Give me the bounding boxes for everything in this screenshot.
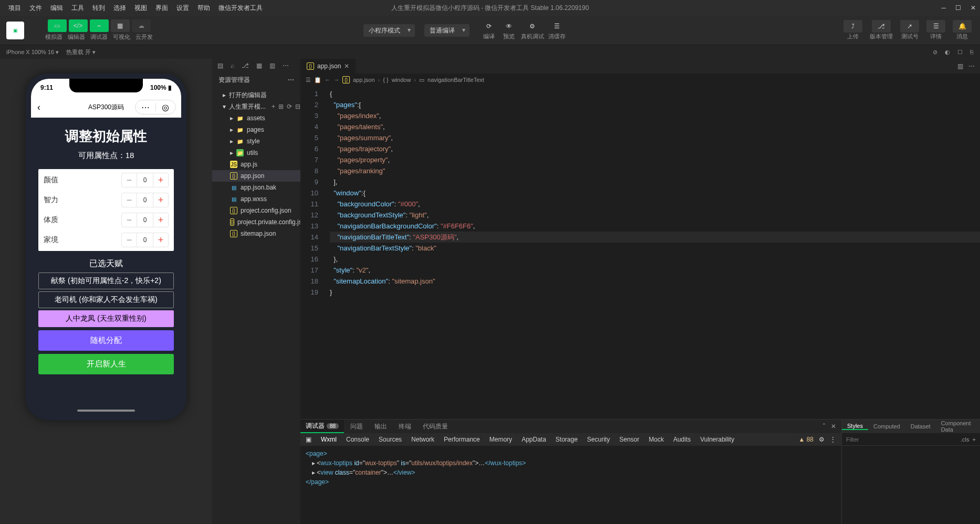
- layout-icon[interactable]: ▥: [269, 62, 275, 69]
- styles-tab[interactable]: Component Data: [936, 420, 980, 433]
- styles-tab[interactable]: Styles: [842, 423, 868, 430]
- details-button[interactable]: ☰: [926, 20, 945, 33]
- kebab-icon[interactable]: ⋮: [830, 436, 836, 443]
- close-tab-icon[interactable]: ✕: [344, 62, 349, 70]
- mode-select[interactable]: 小程序模式: [363, 24, 415, 37]
- devtab-wxml[interactable]: Wxml: [321, 436, 337, 443]
- dom-tree[interactable]: <page> ▸ <wux-toptips id="wux-toptips" i…: [300, 446, 841, 490]
- tree-item[interactable]: sitemap.json: [212, 228, 300, 239]
- random-button[interactable]: 随机分配: [38, 330, 174, 351]
- talent-item[interactable]: 老司机 (你和家人不会发生车祸): [38, 291, 174, 308]
- styles-tab[interactable]: Computed: [868, 423, 905, 429]
- styles-tab[interactable]: Dataset: [905, 423, 936, 429]
- preview-button[interactable]: 👁: [501, 20, 517, 33]
- files-icon[interactable]: ▤: [217, 62, 223, 69]
- menu-help[interactable]: 帮助: [193, 4, 214, 13]
- upload-button[interactable]: ⤴: [843, 20, 862, 33]
- plus-button[interactable]: +: [153, 235, 168, 246]
- menu-edit[interactable]: 编辑: [46, 4, 67, 13]
- compile-select[interactable]: 普通编译: [424, 24, 470, 37]
- bc-icon-2[interactable]: 📋: [314, 77, 321, 83]
- menu-file[interactable]: 文件: [25, 4, 46, 13]
- plus-button[interactable]: +: [153, 175, 168, 186]
- console-tab[interactable]: 调试器88: [300, 420, 344, 433]
- clear-cache-button[interactable]: ☰: [549, 20, 565, 33]
- tree-item[interactable]: JS app.js: [212, 159, 300, 170]
- warning-badge[interactable]: ▲ 88: [798, 436, 814, 443]
- refresh-icon[interactable]: ⟳: [287, 103, 292, 110]
- search-icon[interactable]: ⌕: [231, 62, 234, 69]
- debugger-toggle[interactable]: ⌁: [90, 19, 109, 32]
- tree-item[interactable]: app.json: [212, 170, 300, 182]
- devtab-security[interactable]: Security: [587, 436, 610, 443]
- devtab-sources[interactable]: Sources: [379, 436, 402, 443]
- minus-button[interactable]: −: [122, 195, 137, 206]
- start-button[interactable]: 开启新人生: [38, 354, 174, 374]
- tab-app-json[interactable]: app.json ✕: [300, 59, 356, 74]
- sb-icon-1[interactable]: ⊘: [933, 49, 937, 56]
- panel-close-icon[interactable]: ✕: [831, 423, 836, 430]
- close-button[interactable]: ✕: [971, 4, 976, 12]
- tree-item[interactable]: ▸ 📁 utils: [212, 147, 300, 159]
- sb-icon-4[interactable]: ⎘: [970, 49, 974, 56]
- talent-item[interactable]: 人中龙凤 (天生双重性别): [38, 310, 174, 327]
- tree-item[interactable]: project.config.json: [212, 205, 300, 216]
- devtab-performance[interactable]: Performance: [444, 436, 480, 443]
- visual-toggle[interactable]: ▦: [111, 19, 130, 32]
- devtab-mock[interactable]: Mock: [649, 436, 664, 443]
- bc-icon-1[interactable]: ☰: [306, 77, 311, 83]
- devtab-storage[interactable]: Storage: [556, 436, 578, 443]
- minus-button[interactable]: −: [122, 175, 137, 186]
- styles-filter-input[interactable]: [846, 436, 899, 443]
- menu-select[interactable]: 选择: [109, 4, 130, 13]
- menu-view[interactable]: 视图: [130, 4, 151, 13]
- devtab-console[interactable]: Console: [346, 436, 369, 443]
- project-root[interactable]: ▾ 人生重开模... + ⊞ ⟳ ⊟: [212, 101, 300, 112]
- hotreload-select[interactable]: 热重载 开 ▾: [66, 48, 96, 56]
- capsule-close-icon[interactable]: ◎: [156, 102, 176, 112]
- remote-debug-button[interactable]: ⚙: [525, 20, 540, 33]
- sb-icon-2[interactable]: ◐: [945, 49, 950, 56]
- menu-tools[interactable]: 工具: [67, 4, 88, 13]
- editor-toggle[interactable]: </>: [69, 19, 88, 32]
- tree-item[interactable]: ▤ app.wxss: [212, 193, 300, 205]
- device-select[interactable]: iPhone X 100% 16 ▾: [6, 49, 59, 56]
- version-button[interactable]: ⎇: [872, 20, 891, 33]
- more-icon[interactable]: ⋯: [283, 62, 289, 69]
- capsule-menu-icon[interactable]: ⋯: [135, 102, 155, 112]
- console-tab[interactable]: 代码质量: [418, 420, 453, 433]
- settings-icon[interactable]: ⚙: [819, 436, 825, 443]
- console-tab[interactable]: 问题: [345, 420, 368, 433]
- cls-toggle[interactable]: .cls: [961, 436, 969, 443]
- simulator-toggle[interactable]: ▭: [48, 19, 67, 32]
- tree-item[interactable]: ▸ 📁 assets: [212, 112, 300, 124]
- plus-button[interactable]: +: [153, 195, 168, 206]
- code-editor[interactable]: 12345678910111213141516171819 { "pages":…: [300, 86, 980, 419]
- minimize-button[interactable]: ─: [941, 4, 946, 12]
- console-tab[interactable]: 终端: [393, 420, 416, 433]
- talent-item[interactable]: 献祭 (初始可用属性点-2，快乐+2): [38, 273, 174, 289]
- panel-up-icon[interactable]: ˄: [822, 423, 826, 430]
- devtab-network[interactable]: Network: [411, 436, 434, 443]
- new-folder-icon[interactable]: ⊞: [278, 103, 284, 110]
- split-icon[interactable]: ▥: [957, 62, 963, 70]
- collapse-icon[interactable]: ⊟: [295, 103, 300, 110]
- message-button[interactable]: 🔔: [953, 20, 972, 33]
- more-tab-icon[interactable]: ⋯: [968, 62, 975, 70]
- minus-button[interactable]: −: [122, 215, 137, 226]
- tree-item[interactable]: ▸ 📁 pages: [212, 124, 300, 135]
- bc-back[interactable]: ←: [325, 77, 330, 83]
- ext-icon[interactable]: ▦: [256, 62, 262, 69]
- menu-goto[interactable]: 转到: [88, 4, 109, 13]
- minus-button[interactable]: −: [122, 235, 137, 246]
- tree-item[interactable]: ▤ app.json.bak: [212, 182, 300, 193]
- maximize-button[interactable]: ☐: [955, 4, 961, 12]
- menu-wxtools[interactable]: 微信开发者工具: [214, 4, 267, 13]
- inspect-icon[interactable]: ▣: [306, 436, 311, 443]
- cloud-toggle[interactable]: ☁: [132, 19, 151, 32]
- branch-icon[interactable]: ⎇: [242, 62, 249, 69]
- sb-icon-3[interactable]: ☐: [957, 49, 963, 56]
- menu-project[interactable]: 项目: [4, 4, 25, 13]
- devtab-appdata[interactable]: AppData: [522, 436, 546, 443]
- plus-button[interactable]: +: [153, 215, 168, 226]
